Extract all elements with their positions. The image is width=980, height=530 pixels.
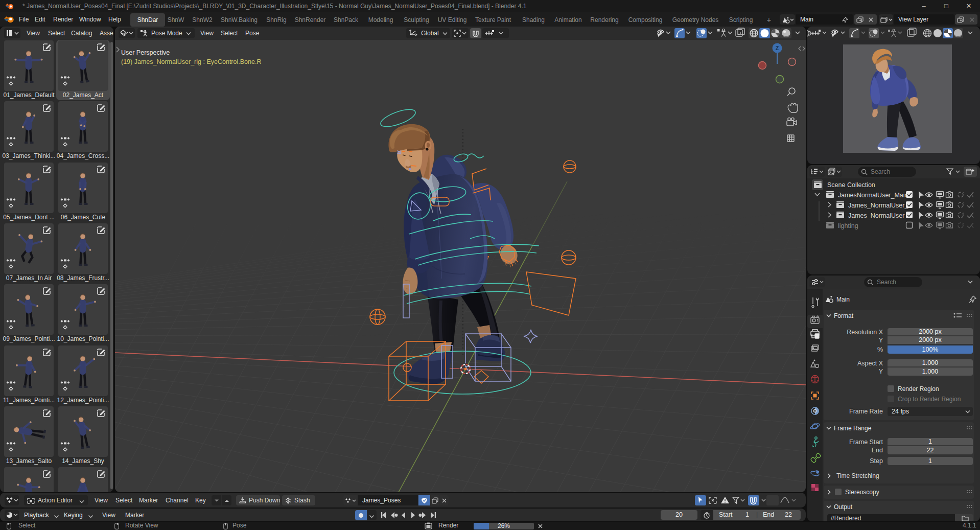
- svg-text:James_NormalUser: James_NormalUser: [848, 212, 904, 219]
- svg-text:User Perspective: User Perspective: [121, 49, 170, 56]
- svg-text:lighting: lighting: [838, 222, 858, 229]
- svg-text:JamesNormalUser_Main: JamesNormalUser_Main: [838, 192, 908, 199]
- svg-text:James_NormalUser_N: James_NormalUser_N: [848, 202, 913, 209]
- svg-text:Z: Z: [776, 45, 779, 51]
- svg-text:Scene Collection: Scene Collection: [827, 181, 875, 189]
- svg-text:(19) James_NormalUser_rig : Ey: (19) James_NormalUser_rig : EyeControl.B…: [121, 58, 261, 65]
